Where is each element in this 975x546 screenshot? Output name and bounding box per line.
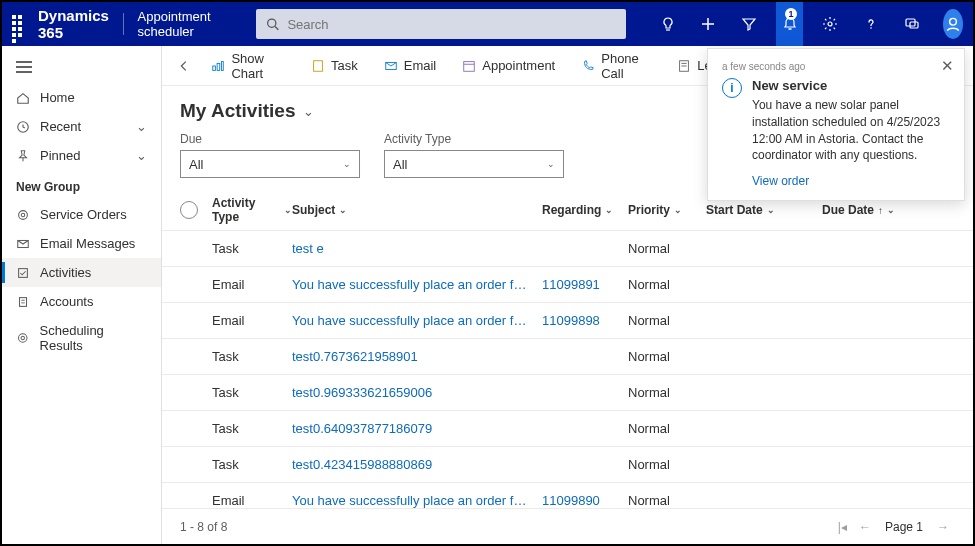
cell-subject: You have successfully place an order for… [292, 313, 542, 328]
col-label: Regarding [542, 203, 601, 217]
nav-home[interactable]: Home [2, 83, 161, 112]
cell-activity-type: Task [212, 385, 292, 400]
app-launcher-icon[interactable] [12, 15, 24, 33]
gear-outline-icon [16, 208, 30, 222]
chat-icon[interactable] [898, 2, 925, 46]
user-avatar[interactable] [943, 9, 963, 39]
col-regarding[interactable]: Regarding ⌄ [542, 203, 628, 217]
prev-page-button[interactable]: ← [853, 516, 877, 538]
lightbulb-icon[interactable] [654, 2, 681, 46]
email-button[interactable]: Email [374, 54, 447, 77]
svg-rect-26 [218, 63, 221, 70]
help-icon[interactable] [858, 2, 885, 46]
nav-service-orders[interactable]: Service Orders [2, 200, 161, 229]
cell-subject: test e [292, 241, 542, 256]
btn-label: Task [331, 58, 358, 73]
select-all-cell[interactable] [180, 201, 212, 219]
chevron-down-icon: ⌄ [284, 205, 292, 215]
col-start-date[interactable]: Start Date ⌄ [706, 203, 822, 217]
next-page-button[interactable]: → [931, 516, 955, 538]
regarding-link[interactable]: 11099898 [542, 313, 600, 328]
svg-rect-28 [314, 60, 323, 71]
col-subject[interactable]: Subject ⌄ [292, 203, 542, 217]
svg-rect-9 [910, 22, 918, 28]
table-row[interactable]: Tasktest0.969333621659006Normal [162, 375, 973, 411]
nav-email-messages[interactable]: Email Messages [2, 229, 161, 258]
svg-rect-30 [464, 61, 475, 71]
subject-link[interactable]: test0.423415988880869 [292, 457, 432, 472]
nav-label: Accounts [40, 294, 93, 309]
btn-label: Appointment [482, 58, 555, 73]
svg-line-1 [275, 26, 278, 29]
search-box[interactable] [256, 9, 626, 39]
nav-scheduling-results[interactable]: Scheduling Results [2, 316, 161, 360]
nav-activities[interactable]: Activities [2, 258, 161, 287]
activities-grid: Activity Type ⌄ Subject ⌄ Regarding ⌄ Pr… [162, 190, 973, 508]
view-switcher-chevron-icon[interactable]: ⌄ [303, 104, 314, 119]
table-row[interactable]: EmailYou have successfully place an orde… [162, 483, 973, 508]
notifications-icon[interactable]: 1 [776, 2, 803, 46]
sidebar: Home Recent⌄ Pinned⌄ New Group Service O… [2, 46, 162, 544]
nav-pinned[interactable]: Pinned⌄ [2, 141, 161, 170]
appointment-button[interactable]: Appointment [452, 54, 565, 77]
add-icon[interactable] [695, 2, 722, 46]
chevron-down-icon: ⌄ [343, 159, 351, 169]
nav-accounts[interactable]: Accounts [2, 287, 161, 316]
table-row[interactable]: EmailYou have successfully place an orde… [162, 267, 973, 303]
table-row[interactable]: EmailYou have successfully place an orde… [162, 303, 973, 339]
svg-rect-19 [19, 268, 28, 277]
table-row[interactable]: Tasktest0.423415988880869Normal [162, 447, 973, 483]
first-page-button[interactable]: |◂ [832, 516, 853, 538]
subject-link[interactable]: test0.969333621659006 [292, 385, 432, 400]
subject-link[interactable]: test0.7673621958901 [292, 349, 418, 364]
btn-label: Show Chart [231, 51, 285, 81]
svg-point-16 [19, 210, 28, 219]
table-row[interactable]: Tasktest eNormal [162, 231, 973, 267]
subject-link[interactable]: test e [292, 241, 324, 256]
subject-link[interactable]: You have successfully place an order for… [292, 493, 532, 508]
grid-footer: 1 - 8 of 8 |◂ ← Page 1 → [162, 508, 973, 544]
info-icon: i [722, 78, 742, 98]
back-button[interactable] [172, 52, 195, 80]
regarding-link[interactable]: 11099891 [542, 277, 600, 292]
notif-action-link[interactable]: View order [752, 174, 950, 188]
mail-icon [384, 59, 398, 73]
subject-link[interactable]: You have successfully place an order for… [292, 277, 532, 292]
table-row[interactable]: Tasktest0.7673621958901Normal [162, 339, 973, 375]
cell-activity-type: Task [212, 241, 292, 256]
subject-link[interactable]: You have successfully place an order for… [292, 313, 532, 328]
settings-icon[interactable] [817, 2, 844, 46]
task-icon [311, 59, 325, 73]
nav-label: Pinned [40, 148, 80, 163]
building-icon [16, 295, 30, 309]
notif-close-button[interactable]: ✕ [941, 57, 954, 75]
search-icon [266, 17, 279, 31]
cell-priority: Normal [628, 421, 706, 436]
phone-call-button[interactable]: Phone Call [571, 47, 661, 85]
filter-funnel-icon[interactable] [736, 2, 763, 46]
filter-type-select[interactable]: All⌄ [384, 150, 564, 178]
task-button[interactable]: Task [301, 54, 368, 77]
hamburger-icon[interactable] [2, 54, 161, 83]
phone-icon [581, 59, 595, 73]
subject-link[interactable]: test0.640937877186079 [292, 421, 432, 436]
nav-recent[interactable]: Recent⌄ [2, 112, 161, 141]
svg-point-0 [268, 19, 276, 27]
chevron-down-icon: ⌄ [605, 205, 613, 215]
search-input[interactable] [287, 17, 616, 32]
table-row[interactable]: Tasktest0.640937877186079Normal [162, 411, 973, 447]
filter-due-select[interactable]: All⌄ [180, 150, 360, 178]
cell-priority: Normal [628, 349, 706, 364]
svg-point-7 [870, 27, 872, 29]
nav-label: Email Messages [40, 236, 135, 251]
col-due-date[interactable]: Due Date ↑ ⌄ [822, 203, 922, 217]
chevron-down-icon: ⌄ [767, 205, 775, 215]
col-priority[interactable]: Priority ⌄ [628, 203, 706, 217]
col-activity-type[interactable]: Activity Type ⌄ [212, 196, 292, 224]
cell-activity-type: Task [212, 349, 292, 364]
chart-icon [211, 59, 225, 73]
gear-outline-icon [16, 331, 30, 345]
checklist-icon [16, 266, 30, 280]
show-chart-button[interactable]: Show Chart [201, 47, 295, 85]
regarding-link[interactable]: 11099890 [542, 493, 600, 508]
